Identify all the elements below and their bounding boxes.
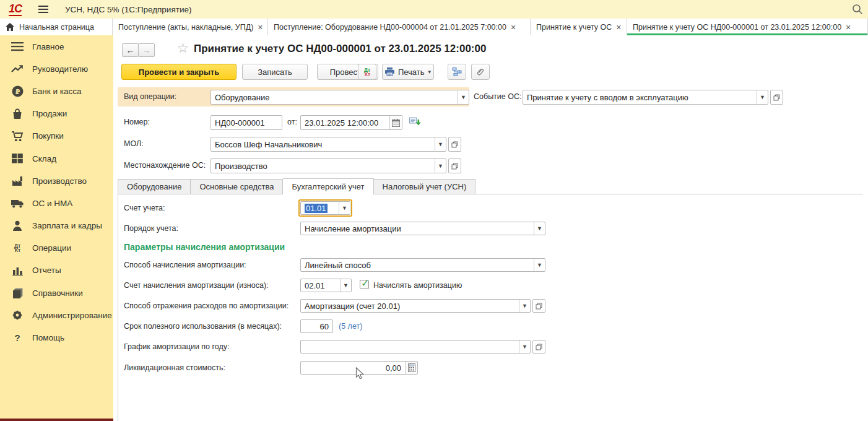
1c-logo-icon: 1С xyxy=(9,3,22,16)
tab-label: Принятие к учету ОС НД00-000001 от 23.01… xyxy=(633,23,841,32)
mol-value: Боссов Шеф Начальникович xyxy=(211,137,435,151)
app-window: 1С УСН, НДС 5% (1С:Предприятие) Начальна… xyxy=(0,0,868,421)
doc-tab-2[interactable]: Бухгалтерский учет xyxy=(283,178,373,194)
sidebar-item-руководителю[interactable]: Руководителю xyxy=(0,58,113,80)
post-and-close-button[interactable]: Провести и закрыть xyxy=(121,64,237,80)
sidebar-item-операции[interactable]: ДтКтОперации xyxy=(0,237,113,259)
close-icon[interactable]: × xyxy=(511,23,516,32)
mol-select[interactable]: Боссов Шеф Начальникович ▼ xyxy=(210,137,446,152)
os-event-open-button[interactable] xyxy=(770,90,783,105)
cart-icon xyxy=(11,131,24,142)
document-title: Принятие к учету ОС НД00-000001 от 23.01… xyxy=(194,43,486,55)
tab-home[interactable]: Начальная страница xyxy=(0,19,113,35)
calendar-icon[interactable] xyxy=(389,116,402,129)
sidebar-item-склад[interactable]: Склад xyxy=(0,147,113,170)
sidebar-item-label: Отчеты xyxy=(32,266,61,275)
print-button[interactable]: Печать ▾ xyxy=(382,64,434,80)
operation-kind-label: Вид операции: xyxy=(124,92,176,101)
main-menu-icon[interactable] xyxy=(38,6,48,13)
tab-prinyatie-list[interactable]: Принятие к учету ОС× xyxy=(531,19,627,35)
set-current-date-icon[interactable] xyxy=(409,117,420,129)
tab-label: Принятие к учету ОС xyxy=(536,23,612,32)
save-button[interactable]: Записать xyxy=(242,64,308,80)
sidebar-item-label: Продажи xyxy=(32,109,67,118)
doc-tab-3[interactable]: Налоговый учет (УСН) xyxy=(374,179,476,194)
dt-kt-icon: ДтКт xyxy=(364,67,370,77)
tab-content-accounting xyxy=(118,194,863,421)
sidebar-item-label: ОС и НМА xyxy=(32,199,72,208)
date-value: 23.01.2025 12:00:00 xyxy=(301,116,389,129)
sidebar-item-label: Зарплата и кадры xyxy=(32,221,102,230)
dt-kt-postings-button[interactable]: ДтКт xyxy=(358,64,376,80)
tab-label: Начальная страница xyxy=(19,23,94,32)
dtkt-icon: ДтКт xyxy=(11,243,24,253)
ruble-icon: ₽ xyxy=(11,85,24,97)
back-button[interactable]: ← xyxy=(122,43,139,57)
sidebar-item-label: Операции xyxy=(32,243,71,253)
os-location-open-button[interactable] xyxy=(448,158,461,173)
doc-tab-0[interactable]: Оборудование xyxy=(118,179,191,194)
sidebar-item-label: Справочники xyxy=(32,289,83,298)
sidebar-item-производство[interactable]: Производство xyxy=(0,170,113,192)
os-location-value: Производство xyxy=(211,159,435,173)
operation-kind-select[interactable]: Оборудование ▼ xyxy=(210,90,469,105)
attachments-button[interactable] xyxy=(471,64,490,80)
number-input[interactable]: НД00-000001 xyxy=(210,115,282,130)
date-prefix-label: от: xyxy=(287,118,297,126)
document-structure-button[interactable] xyxy=(448,64,466,80)
sidebar-item-отчеты[interactable]: Отчеты xyxy=(0,259,113,282)
warehouse-icon xyxy=(11,154,24,163)
sidebar-item-справочники[interactable]: Справочники xyxy=(0,282,113,304)
tab-prinyatie-doc[interactable]: Принятие к учету ОС НД00-000001 от 23.01… xyxy=(627,19,868,35)
tab-postuplenie-list[interactable]: Поступление (акты, накладные, УПД)× xyxy=(113,19,268,35)
os-event-value: Принятие к учету с вводом в эксплуатацию xyxy=(523,90,757,104)
books-icon xyxy=(11,288,24,298)
chart-icon xyxy=(11,266,24,276)
trend-icon xyxy=(11,64,24,73)
tab-postuplenie-doc[interactable]: Поступление: Оборудование НД00-000004 от… xyxy=(268,19,531,35)
structure-icon xyxy=(452,67,462,76)
sidebar-item-помощь[interactable]: ?Помощь xyxy=(0,326,113,349)
print-label: Печать xyxy=(398,67,425,77)
chevron-down-icon: ▾ xyxy=(428,69,432,75)
sidebar-item-банк-и-касса[interactable]: ₽Банк и касса xyxy=(0,80,113,102)
date-input[interactable]: 23.01.2025 12:00:00 xyxy=(300,115,402,130)
os-event-select[interactable]: Принятие к учету с вводом в эксплуатацию… xyxy=(523,90,768,105)
mol-open-button[interactable] xyxy=(448,137,461,152)
sidebar-item-покупки[interactable]: Покупки xyxy=(0,125,113,147)
question-icon: ? xyxy=(11,332,24,343)
svg-text:₽: ₽ xyxy=(15,88,20,96)
sidebar-item-главное[interactable]: Главное xyxy=(0,35,113,58)
open-icon xyxy=(451,163,458,170)
close-icon[interactable]: × xyxy=(846,23,851,32)
sidebar: ГлавноеРуководителю₽Банк и кассаПродажиП… xyxy=(0,35,113,421)
close-icon[interactable]: × xyxy=(258,23,263,32)
mol-label: МОЛ: xyxy=(124,139,144,148)
close-icon[interactable]: × xyxy=(616,23,621,32)
sidebar-item-продажи[interactable]: Продажи xyxy=(0,103,113,125)
chevron-down-icon[interactable]: ▼ xyxy=(458,90,469,104)
sidebar-item-ос-и-нма[interactable]: ОС и НМА xyxy=(0,192,113,214)
bag-icon xyxy=(11,108,24,119)
sidebar-item-администрирование[interactable]: Администрирование xyxy=(0,304,113,326)
sidebar-item-label: Помощь xyxy=(32,333,64,342)
number-value: НД00-000001 xyxy=(211,116,282,129)
document-area: ← → ☆ Принятие к учету ОС НД00-000001 от… xyxy=(113,35,868,421)
number-label: Номер: xyxy=(124,118,150,126)
os-location-select[interactable]: Производство ▼ xyxy=(210,158,446,173)
forward-button[interactable]: → xyxy=(138,43,155,57)
sidebar-item-зарплата-и-кадры[interactable]: Зарплата и кадры xyxy=(0,215,113,237)
sidebar-item-label: Покупки xyxy=(32,131,64,141)
mouse-cursor xyxy=(355,367,364,383)
factory-icon xyxy=(11,176,24,186)
favorite-star-icon[interactable]: ☆ xyxy=(177,41,189,56)
chevron-down-icon[interactable]: ▼ xyxy=(435,159,446,173)
home-icon xyxy=(6,23,14,31)
window-title: УСН, НДС 5% (1С:Предприятие) xyxy=(65,5,191,14)
person-icon xyxy=(11,220,24,231)
search-icon[interactable] xyxy=(852,4,863,15)
paperclip-icon xyxy=(476,67,485,77)
chevron-down-icon[interactable]: ▼ xyxy=(435,137,446,151)
chevron-down-icon[interactable]: ▼ xyxy=(757,90,768,104)
doc-tab-1[interactable]: Основные средства xyxy=(191,179,283,194)
